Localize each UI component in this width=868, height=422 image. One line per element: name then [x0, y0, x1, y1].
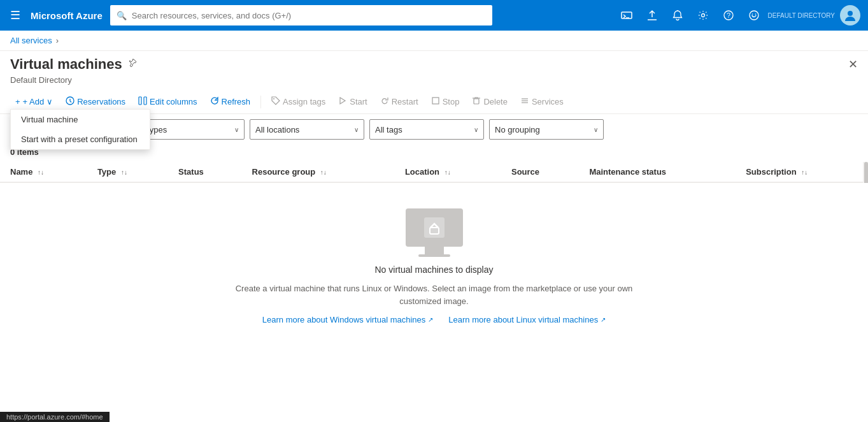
delete-button[interactable]: Delete — [467, 94, 513, 110]
col-header-maintenance-status[interactable]: Maintenance status — [579, 162, 736, 182]
delete-icon — [472, 96, 481, 107]
col-header-location[interactable]: Location ↑↓ — [395, 162, 501, 182]
top-navigation: ☰ Microsoft Azure 🔍 ? DEFAULT DIRECTORY — [0, 0, 868, 31]
stop-icon — [431, 96, 440, 107]
main-content: All services › Virtual machines ✕ Defaul… — [0, 31, 868, 422]
restart-label: Restart — [392, 97, 418, 106]
col-header-resource-group[interactable]: Resource group ↑↓ — [242, 162, 395, 182]
tags-label: All tags — [375, 125, 402, 135]
user-section[interactable]: DEFAULT DIRECTORY — [768, 5, 860, 25]
svg-point-7 — [750, 11, 758, 20]
start-icon — [338, 96, 347, 107]
col-header-type[interactable]: Type ↑↓ — [87, 162, 168, 182]
empty-state-icon — [406, 208, 463, 257]
page-title: Virtual machines — [10, 56, 122, 73]
page-header: Virtual machines ✕ — [0, 51, 868, 75]
add-dropdown-wrapper: + + Add ∨ Virtual machine Start with a p… — [10, 94, 58, 109]
help-button[interactable]: ? — [717, 4, 740, 27]
azure-logo: Microsoft Azure — [31, 10, 103, 21]
search-bar: 🔍 — [110, 5, 492, 25]
restart-button[interactable]: Restart — [375, 94, 423, 110]
col-header-name[interactable]: Name ↑↓ — [0, 162, 87, 182]
col-header-subscription[interactable]: Subscription ↑↓ — [736, 162, 868, 182]
notification-button[interactable] — [666, 4, 689, 27]
windows-vm-external-icon: ↗ — [428, 316, 433, 323]
add-button[interactable]: + + Add ∨ — [10, 94, 58, 109]
linux-vm-learn-more-link[interactable]: Learn more about Linux virtual machines … — [448, 315, 606, 324]
svg-rect-16 — [432, 98, 439, 104]
search-icon: 🔍 — [117, 11, 127, 20]
edit-columns-label: Edit columns — [150, 97, 197, 106]
scrollbar-thumb[interactable] — [864, 162, 868, 183]
svg-point-14 — [273, 98, 274, 99]
page-subtitle: Default Directory — [0, 75, 868, 90]
page-header-left: Virtual machines — [10, 56, 138, 73]
types-chevron-icon: ∨ — [234, 126, 239, 133]
locations-filter[interactable]: All locations ∨ — [250, 119, 364, 140]
refresh-label: Refresh — [222, 97, 251, 106]
pin-icon[interactable] — [127, 58, 138, 71]
breadcrumb-separator: › — [56, 36, 59, 45]
name-sort-icon: ↑↓ — [38, 169, 44, 176]
locations-chevron-icon: ∨ — [354, 126, 359, 133]
delete-label: Delete — [483, 97, 508, 106]
status-bar: https://portal.azure.com/#home — [0, 412, 110, 422]
refresh-button[interactable]: Refresh — [205, 94, 256, 110]
grouping-label: No grouping — [495, 125, 540, 135]
cloud-shell-button[interactable] — [615, 4, 638, 27]
assign-tags-button[interactable]: Assign tags — [266, 94, 331, 110]
feedback-button[interactable] — [743, 4, 765, 27]
windows-vm-learn-more-link[interactable]: Learn more about Windows virtual machine… — [262, 315, 434, 324]
add-preset-config-item[interactable]: Start with a preset configuration — [11, 129, 150, 149]
reservations-label: Reservations — [77, 97, 125, 106]
virtual-machines-table: Name ↑↓ Type ↑↓ Status Resource group ↑↓ — [0, 162, 868, 183]
grouping-filter[interactable]: No grouping ∨ — [489, 119, 604, 140]
assign-tags-icon — [271, 96, 280, 107]
start-label: Start — [350, 97, 367, 106]
hamburger-menu-icon[interactable]: ☰ — [8, 6, 23, 25]
col-header-source[interactable]: Source — [501, 162, 579, 182]
restart-icon — [380, 96, 389, 107]
tags-filter[interactable]: All tags ∨ — [369, 119, 484, 140]
start-button[interactable]: Start — [333, 94, 372, 110]
breadcrumb: All services › — [0, 31, 868, 51]
col-header-status[interactable]: Status — [168, 162, 241, 182]
settings-button[interactable] — [692, 4, 715, 27]
user-directory-label: DEFAULT DIRECTORY — [768, 12, 835, 19]
toolbar-separator-1 — [260, 96, 261, 108]
tags-chevron-icon: ∨ — [474, 126, 478, 133]
reservations-icon — [66, 96, 75, 107]
services-label: Services — [532, 97, 564, 106]
empty-state: No virtual machines to display Create a … — [0, 183, 868, 350]
svg-text:?: ? — [727, 11, 730, 19]
edit-columns-button[interactable]: Edit columns — [133, 94, 202, 110]
stop-button[interactable]: Stop — [426, 94, 465, 110]
svg-rect-13 — [144, 97, 146, 105]
close-button[interactable]: ✕ — [848, 57, 858, 71]
empty-state-links: Learn more about Windows virtual machine… — [262, 315, 606, 324]
search-input[interactable] — [132, 11, 486, 20]
breadcrumb-all-services[interactable]: All services — [10, 36, 52, 45]
svg-rect-17 — [474, 99, 479, 104]
services-icon — [520, 96, 529, 107]
refresh-icon — [210, 96, 219, 107]
services-button[interactable]: Services — [515, 94, 569, 110]
add-icon: + — [15, 97, 20, 106]
add-virtual-machine-item[interactable]: Virtual machine — [11, 110, 150, 129]
reservations-button[interactable]: Reservations — [60, 94, 131, 110]
avatar — [840, 5, 860, 25]
nav-icons: ? DEFAULT DIRECTORY — [615, 4, 860, 27]
subscription-sort-icon: ↑↓ — [801, 169, 808, 176]
svg-marker-15 — [340, 98, 345, 104]
linux-vm-external-icon: ↗ — [601, 316, 606, 323]
grouping-chevron-icon: ∨ — [594, 126, 598, 133]
add-label: + Add — [23, 97, 45, 106]
rg-sort-icon: ↑↓ — [320, 169, 327, 176]
empty-state-description: Create a virtual machine that runs Linux… — [227, 282, 641, 307]
svg-rect-12 — [139, 97, 141, 105]
svg-point-9 — [755, 13, 756, 15]
linux-vm-link-label: Learn more about Linux virtual machines — [448, 315, 598, 324]
edit-columns-icon — [138, 96, 147, 107]
upload-button[interactable] — [641, 4, 664, 27]
location-sort-icon: ↑↓ — [445, 169, 451, 176]
